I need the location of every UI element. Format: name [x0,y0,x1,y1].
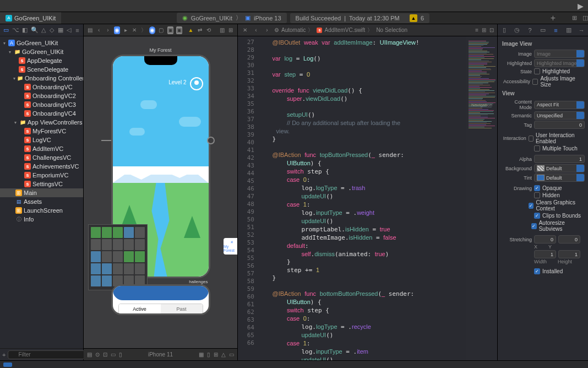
minimap-toggle-icon[interactable]: ⊡ [489,27,494,33]
highlighted-field[interactable]: Highlighted Image [534,59,585,67]
view-icon[interactable]: ▢ [158,26,164,34]
file-onboarding[interactable]: sOnboardingVC3 [0,100,83,109]
close-icon[interactable]: ✕ [241,27,249,33]
jump-file[interactable]: s AddItemVC.swift 〉 [317,26,373,34]
file-appdelegate[interactable]: sAppDelegate [0,56,83,65]
related-icon[interactable]: ⇄ [197,26,203,34]
file-appvc[interactable]: sEmporiumVC [0,171,83,180]
profile-icon[interactable] [190,77,203,90]
identity-inspector-icon[interactable]: ▭ [539,26,547,34]
zoom-icon[interactable]: ⊙ [95,351,100,358]
file-main-storyboard[interactable]: ⊞Main [0,188,83,197]
debug-area-toggle[interactable] [3,362,12,367]
file-appvc[interactable]: sLogVC [0,136,83,144]
resolve-icon[interactable]: △ [221,351,226,358]
stretch-x-field[interactable]: 0 [534,235,556,243]
constraints-icon[interactable]: ▭ [229,351,234,358]
navigator-tabs[interactable]: ▭ ⌥ ◧ 🔍 △ ◇ ▦ ◁ ≡ [0,24,83,36]
jump-mode[interactable]: ⚙ Automatic 〉 [274,26,313,34]
file-appvc[interactable]: sChallengesVC [0,153,83,162]
vc-icon[interactable]: ◉ [114,26,120,34]
device-label[interactable]: iPhone 11 [148,351,173,358]
tree-root[interactable]: ▾AGoGreen_UIKit [0,39,83,47]
semantic-field[interactable]: Unspecified [534,111,585,120]
adjust-icon[interactable]: ⊡ [103,351,107,358]
file-appvc[interactable]: sSettingsVC [0,180,83,188]
code-text[interactable]: @IBOutlet weak var addItemImage: UIImage… [258,36,466,360]
rotate-icon[interactable]: ▭ [111,351,116,358]
segmented-control[interactable]: Active Past [118,304,203,315]
attributes-inspector-icon[interactable]: ≡ [552,27,559,34]
segment-active[interactable]: Active [119,304,161,314]
size-inspector-icon[interactable]: ▥ [565,26,573,34]
autoresize-checkbox[interactable]: ✓Autoresize Subviews [531,220,585,232]
tint-field[interactable]: Default [534,174,585,182]
segue-icon[interactable]: 〉 [140,26,146,34]
forward-icon[interactable]: › [105,26,111,34]
outline-icon[interactable]: ▤ [87,351,92,358]
connections-inspector-icon[interactable]: → [578,27,585,34]
source-control-icon[interactable]: ⌥ [12,26,19,34]
group-appvc[interactable]: ▾📁App ViewControllers [0,118,83,127]
add-tab-button[interactable]: + [545,13,561,23]
code-area[interactable]: 27 28 29 30 31 32 33 34 35 36 37 38 39 4… [238,36,497,360]
ib-canvas-body[interactable]: My Forest Level 2 [84,36,237,348]
file-launchscreen[interactable]: ⊞LaunchScreen [0,206,83,215]
find-navigator-icon[interactable]: 🔍 [31,26,37,34]
device-icon[interactable]: ▯ [119,351,122,358]
issue-icon[interactable]: ▲ [188,26,194,34]
history-inspector-icon[interactable]: ◷ [513,26,521,34]
pin-icon[interactable]: ⊞ [214,351,218,358]
project-tab[interactable]: A GoGreen_UIKit [0,12,61,24]
file-appvc[interactable]: sAchievementsVC [0,162,83,171]
opaque-checkbox[interactable]: ✓Opaque [534,185,562,191]
file-appvc[interactable]: sAddItemVC [0,144,83,153]
stretch-y-field[interactable]: 0 [558,235,580,243]
content-mode-field[interactable]: Aspect Fit [534,101,585,109]
image-icon[interactable]: ▣ [176,26,182,34]
segment-past[interactable]: Past [161,304,203,314]
related-items-icon[interactable]: ≡ [475,27,478,33]
help-inspector-icon[interactable]: ? [526,27,534,34]
canvas-toolbar[interactable]: ▤ ‹ › ◉ ▸ ✕ 〉 ◉ ▢ ▣ ▣ ▲ ⇄ ⟲ ▥ ⊞ [84,24,237,36]
file-appvc[interactable]: sMyForestVC [0,127,83,136]
file-assets[interactable]: ▤Assets [0,197,83,206]
breakpoint-navigator-icon[interactable]: ◁ [67,26,72,34]
file-scenedelegate[interactable]: sSceneDelegate [0,65,83,74]
file-info[interactable]: ⓘInfo [0,215,83,224]
forward-icon[interactable]: › [263,27,271,33]
align-icon[interactable]: ▯ [207,351,210,358]
stretch-w-field[interactable]: 1 [534,250,556,258]
file-onboarding[interactable]: sOnboardingVC [0,83,83,91]
add-file-button[interactable]: + [2,351,6,358]
tag-field[interactable]: 0 [534,121,585,129]
toggle-right-panel-button[interactable]: ◫ [582,14,588,21]
scene-tabbar[interactable]: hallenges Active Past [111,279,210,315]
group-onboarding[interactable]: ▾📁Onboarding Controllers [0,74,83,83]
report-navigator-icon[interactable]: ≡ [75,27,80,34]
inspector-tabs[interactable]: ▯ ◷ ? ▭ ≡ ▥ → [498,24,588,36]
back-icon[interactable]: ‹ [96,26,102,34]
file-onboarding[interactable]: sOnboardingVC2 [0,91,83,100]
jump-bar[interactable]: ✕ ‹ › ⚙ Automatic 〉 s AddItemVC.swift 〉 … [238,24,497,36]
adjust-icon[interactable]: ⟲ [205,26,211,34]
back-icon[interactable]: ‹ [252,27,260,33]
symbol-navigator-icon[interactable]: ◧ [22,26,28,34]
add-editor-icon[interactable]: ⊞ [228,26,234,34]
segue-node-icon[interactable] [207,137,215,144]
installed-checkbox[interactable]: ✓Installed [534,268,563,274]
issue-navigator-icon[interactable]: △ [41,26,46,34]
minimap[interactable]: Navigation [466,36,497,360]
embed-icon[interactable]: ▦ [199,351,204,358]
state-checkbox[interactable]: Highlighted [534,68,570,74]
exit-icon[interactable]: ✕ [132,26,138,34]
hidden-checkbox[interactable]: Hidden [534,192,560,198]
tree-group[interactable]: ▾📁GoGreen_UIKit [0,47,83,56]
multiple-touch-checkbox[interactable]: Multiple Touch [534,145,578,151]
run-button[interactable]: ▶ [578,2,584,10]
file-inspector-icon[interactable]: ▯ [500,26,508,34]
build-status[interactable]: Build Succeeded | Today at 12:30 PM ▲ 6 [290,13,429,23]
user-interaction-checkbox[interactable]: User Interaction Enabled [529,132,585,144]
add-editor-icon[interactable]: ⊞ [482,27,486,33]
file-onboarding[interactable]: sOnboardingVC4 [0,109,83,118]
